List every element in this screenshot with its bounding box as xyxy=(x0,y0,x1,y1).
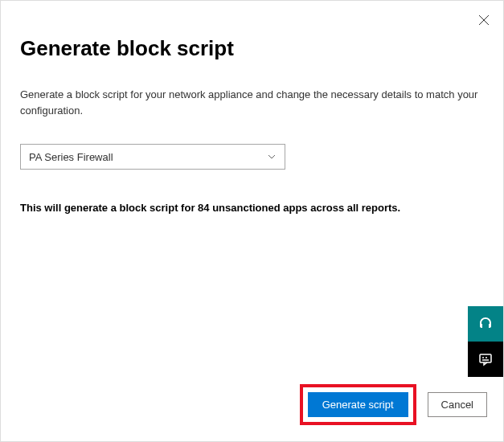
appliance-dropdown[interactable]: PA Series Firewall xyxy=(20,144,285,170)
headset-icon xyxy=(477,316,494,332)
chat-icon xyxy=(477,351,494,367)
close-button[interactable] xyxy=(477,14,490,27)
dialog-title: Generate block script xyxy=(20,36,484,61)
dialog-content: Generate block script Generate a block s… xyxy=(1,1,503,233)
chevron-down-icon xyxy=(267,152,277,162)
generate-script-button[interactable]: Generate script xyxy=(308,392,408,417)
side-widgets xyxy=(468,306,503,377)
dialog-description: Generate a block script for your network… xyxy=(20,87,484,118)
dialog-footer: Generate script Cancel xyxy=(300,384,487,425)
cancel-button[interactable]: Cancel xyxy=(428,392,487,417)
close-icon xyxy=(478,14,490,26)
primary-button-highlight: Generate script xyxy=(300,384,416,425)
summary-text: This will generate a block script for 84… xyxy=(20,202,484,214)
feedback-widget[interactable] xyxy=(468,342,503,377)
help-widget[interactable] xyxy=(468,306,503,342)
svg-rect-2 xyxy=(480,354,491,362)
dropdown-selected-value: PA Series Firewall xyxy=(29,151,113,163)
